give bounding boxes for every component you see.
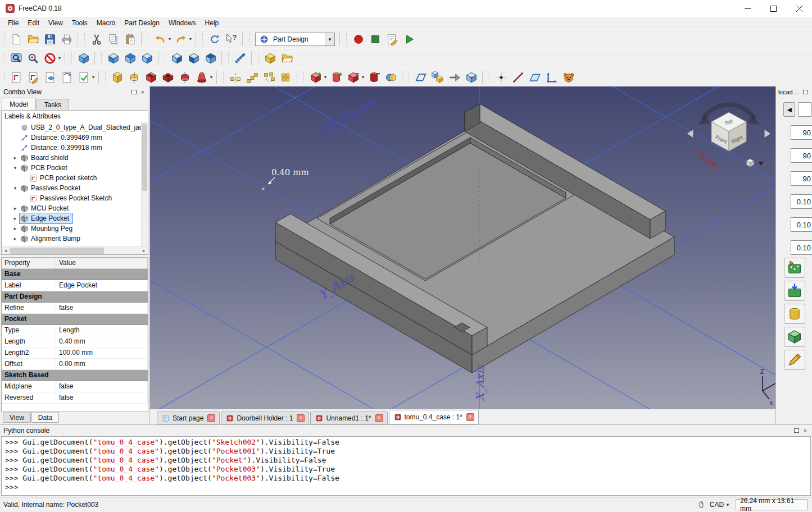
kicad-panel-header[interactable]: kicad ... xyxy=(776,86,812,98)
button-kicad-load[interactable] xyxy=(784,258,805,278)
workbench-dropdown-icon[interactable]: ▾ xyxy=(325,33,334,45)
toolbar-button-pd-additive-cylinder[interactable] xyxy=(328,69,345,86)
draw-style-dropdown-icon[interactable]: ▾ xyxy=(57,50,62,67)
scroll-thumb[interactable] xyxy=(10,248,104,254)
navcube-mini-cube-icon[interactable] xyxy=(747,159,754,167)
undo-dropdown-icon[interactable]: ▾ xyxy=(167,31,173,48)
toolbar-button-pd-subtractive-cylinder[interactable] xyxy=(366,69,383,86)
viewport-canvas[interactable]: YZ_Plane Y_Axis X_Axis 0.40 mm × xyxy=(150,86,775,409)
tree-expand-arrow-icon[interactable]: ▸ xyxy=(11,236,20,241)
document-tab-unnamed1-1-[interactable]: Unnamed1 : 1*× xyxy=(310,412,387,424)
toolbar-grip[interactable] xyxy=(104,71,107,84)
close-button[interactable] xyxy=(786,0,812,17)
prev-arrow-button[interactable]: ◀ xyxy=(783,102,795,117)
toolbar-button-sketch-validate[interactable] xyxy=(75,69,92,86)
toolbar-button-paste[interactable] xyxy=(122,31,139,48)
tree-horizontal-scrollbar[interactable]: ◂ ▸ xyxy=(2,246,148,254)
tree-item-passives-pocket[interactable]: ▾Passives Pocket xyxy=(2,183,148,193)
button-kicad-edit[interactable] xyxy=(784,350,805,370)
toolbar-button-open-document[interactable] xyxy=(25,31,42,48)
toolbar-button-pd-pad[interactable] xyxy=(109,69,126,86)
next-button-partial[interactable] xyxy=(798,102,812,117)
toolbar-grip[interactable] xyxy=(257,52,260,65)
property-group-sketch-based[interactable]: Sketch Based xyxy=(2,370,148,381)
toolbar-button-view-rear[interactable] xyxy=(169,50,185,67)
menu-item-part-design[interactable]: Part Design xyxy=(120,17,164,29)
property-value[interactable]: 0.40 mm xyxy=(56,336,148,347)
toolbar-button-sketch-map-face[interactable] xyxy=(42,69,58,86)
property-value[interactable]: false xyxy=(56,381,148,392)
toolbar-button-pd-revolution[interactable] xyxy=(126,69,143,86)
property-row-refine[interactable]: Refinefalse xyxy=(2,303,148,314)
menu-item-view[interactable]: View xyxy=(44,17,67,29)
spin-field-4[interactable]: 0.10 xyxy=(791,194,812,209)
tree-expand-arrow-icon[interactable]: ▾ xyxy=(11,185,20,191)
toolbar-button-pd-shapebinder[interactable] xyxy=(412,69,429,86)
toolbar-grip[interactable] xyxy=(164,52,166,65)
title-bar[interactable]: FreeCAD 0.18 xyxy=(0,0,812,17)
tree-item-board-shield[interactable]: ▸Board shield xyxy=(2,153,148,163)
combo-view-close-icon[interactable]: × xyxy=(138,88,147,96)
toolbar-button-view-top[interactable] xyxy=(122,50,139,67)
python-console-close-icon[interactable]: × xyxy=(801,427,810,435)
toolbar-grip[interactable] xyxy=(302,71,305,84)
toolbar-grip[interactable] xyxy=(345,33,348,46)
menu-item-macro[interactable]: Macro xyxy=(92,17,120,29)
menu-item-edit[interactable]: Edit xyxy=(23,17,44,29)
property-value[interactable]: Edge Pocket xyxy=(56,280,148,291)
tree-item-pcb-pocket-sketch[interactable]: PCB pocket sketch xyxy=(2,173,148,183)
toolbar-button-create-part[interactable] xyxy=(262,50,279,67)
menu-item-file[interactable]: File xyxy=(3,17,23,29)
toolbar-button-create-group[interactable] xyxy=(279,50,296,67)
button-kicad-export[interactable] xyxy=(784,304,805,324)
toolbar-button-macro-record[interactable] xyxy=(350,31,367,48)
property-value[interactable]: Length xyxy=(56,325,148,336)
toolbar-button-pd-subtractive-box[interactable] xyxy=(345,69,362,86)
document-tab-tomu-0-4-case-1-[interactable]: tomu_0.4_case : 1*× xyxy=(389,410,479,424)
toolbar-button-save-document[interactable] xyxy=(42,31,58,48)
combo-tab-tasks[interactable]: Tasks xyxy=(37,99,70,110)
toolbar-button-sketch-reorient[interactable] xyxy=(58,69,75,86)
navigation-style-selector[interactable]: CAD ▼ xyxy=(695,499,730,511)
toolbar-button-new-document[interactable] xyxy=(8,31,25,48)
toolbar-button-refresh[interactable] xyxy=(206,31,223,48)
tree-expand-arrow-icon[interactable]: ▸ xyxy=(11,155,20,161)
property-group-pocket[interactable]: Pocket xyxy=(2,314,148,325)
redo-dropdown-icon[interactable]: ▾ xyxy=(188,31,193,48)
toolbar-button-pd-local-cs[interactable] xyxy=(543,69,560,86)
property-value[interactable]: 0.00 mm xyxy=(56,359,148,369)
toolbar-button-macro-stop[interactable] xyxy=(367,31,384,48)
spin-field-6[interactable]: 0.10 xyxy=(791,240,812,255)
tree-item-mcu-pocket[interactable]: ▸MCU Pocket xyxy=(2,203,148,213)
toolbar-grip[interactable] xyxy=(83,33,86,46)
toolbar-grip[interactable] xyxy=(407,71,410,84)
toolbar-button-pd-additive-box[interactable] xyxy=(307,69,324,86)
tree-item-passives-pocket-sketch[interactable]: Passives Pocket Sketch xyxy=(2,193,148,203)
tree-item-pcb-pocket[interactable]: ▾PCB Pocket xyxy=(2,163,148,173)
tree-item-distance-0-399918-mm[interactable]: Distance: 0.399918 mm xyxy=(2,143,148,153)
toolbar-button-addon-puppy[interactable] xyxy=(560,69,577,86)
pd-subtractive-box-dropdown-icon[interactable]: ▾ xyxy=(360,69,366,86)
property-row-type[interactable]: TypeLength xyxy=(2,325,148,336)
document-tab-close-icon[interactable]: × xyxy=(207,414,215,422)
spin-field-1[interactable]: 90 xyxy=(791,125,812,140)
tree-item-usb-2-0-type-a-dual-stacked-jac[interactable]: USB_2_0_type_A_Dual_Stacked_jac xyxy=(2,122,148,132)
toolbar-button-fit-selection[interactable] xyxy=(25,50,42,67)
property-group-base[interactable]: Base xyxy=(2,269,148,280)
toolbar-button-pd-migrate[interactable] xyxy=(446,69,463,86)
toolbar-button-pd-polar-pattern[interactable] xyxy=(261,69,278,86)
toolbar-button-whats-this[interactable]: ? xyxy=(223,31,240,48)
workbench-selector[interactable]: Part Design▾ xyxy=(255,33,335,46)
toolbar-grip[interactable] xyxy=(3,52,6,65)
property-row-length2[interactable]: Length2100.00 mm xyxy=(2,348,148,359)
toolbar-button-view-left[interactable] xyxy=(202,50,219,67)
toolbar-button-pd-multitransform[interactable] xyxy=(278,69,294,86)
toolbar-button-macro-play[interactable] xyxy=(401,31,418,48)
toolbar-button-pd-groove[interactable] xyxy=(176,69,193,86)
toolbar-button-view-bottom[interactable] xyxy=(185,50,202,67)
toolbar-button-pd-linear-pattern[interactable] xyxy=(244,69,261,86)
toolbar-button-pd-datum-point[interactable] xyxy=(493,69,510,86)
tree-item-distance-0-399469-mm[interactable]: Distance: 0.399469 mm xyxy=(2,132,148,143)
python-console-float-icon[interactable] xyxy=(792,427,801,435)
tree-expand-arrow-icon[interactable]: ▸ xyxy=(11,216,20,221)
